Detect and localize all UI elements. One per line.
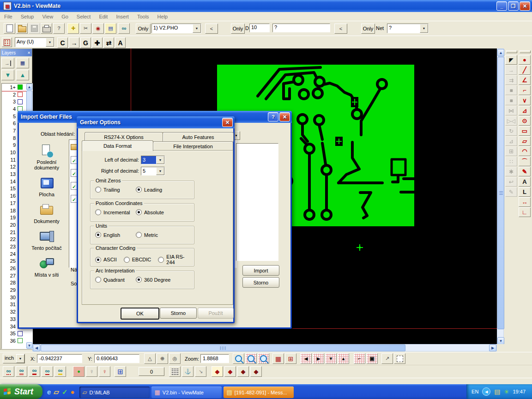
radio-button[interactable] (136, 187, 142, 193)
corner-tool-icon[interactable]: ∟ (519, 207, 531, 217)
view-points-icon[interactable]: ∞ (42, 366, 53, 377)
highlight-dcode-icon[interactable]: ◉ (92, 23, 104, 34)
import-button[interactable]: Import (242, 265, 279, 276)
view-sketch-icon[interactable]: ∞ (54, 366, 66, 377)
snap-move-icon[interactable]: ↘ (195, 366, 206, 377)
pan-right-icon[interactable]: ▶ (313, 353, 324, 364)
chevron-down-icon[interactable]: ▼ (156, 156, 164, 164)
x-coordinate-field[interactable]: -0.942237 (37, 354, 82, 363)
aperture-flash-icon[interactable]: ✚ (92, 37, 103, 48)
scroll-down-icon[interactable]: ▼ (497, 337, 504, 345)
radio-button[interactable] (95, 209, 101, 215)
radio-button[interactable] (95, 257, 101, 263)
pattern-origin-icon[interactable]: ◆ (250, 366, 262, 377)
aperture-select-icon[interactable] (2, 37, 12, 47)
layer-down-icon[interactable]: ▼ (1, 70, 14, 80)
text-tool-icon[interactable]: A (519, 177, 531, 187)
only-net-button[interactable]: Only (361, 24, 375, 34)
radio-button[interactable] (136, 209, 142, 215)
radio-button[interactable] (124, 257, 130, 263)
overlay-grid-icon[interactable]: ▣ (366, 353, 378, 364)
sketch-tool-icon[interactable]: ✎ (519, 167, 531, 176)
save-icon[interactable] (29, 23, 40, 34)
only-layer-button[interactable]: Only (136, 24, 151, 34)
menu-setup[interactable]: Setup (17, 14, 38, 19)
minimize-button[interactable]: _ (496, 1, 507, 11)
zoom-in-icon[interactable] (233, 353, 244, 364)
gerber-dialog-titlebar[interactable]: Gerber Options ✕ (77, 116, 235, 128)
vertical-scroll-thumb[interactable]: ∥∥ (497, 57, 504, 329)
menu-go[interactable]: Go (57, 14, 73, 19)
layers-scroll-up-icon[interactable]: ▲ (26, 84, 32, 90)
unit-combo[interactable]: inch ▼ (3, 354, 25, 363)
aperture-move-icon[interactable]: → (69, 37, 79, 48)
layer-combo[interactable]: 1) V2.PHO ▼ (151, 24, 201, 33)
lamp-off-icon[interactable]: ♀ (86, 366, 97, 377)
close-button[interactable]: ✕ (520, 1, 530, 11)
color-palette-icon[interactable]: ▤ (105, 23, 116, 34)
clipboard-tray-icon[interactable]: ▤ (494, 388, 500, 395)
radio-button[interactable] (136, 232, 142, 238)
horizontal-scrollbar[interactable]: ◀ ∥∥∥ ▶ (32, 344, 497, 351)
prev-dcode-button[interactable]: < (334, 24, 347, 34)
highlight-net-icon[interactable]: ● (73, 366, 85, 377)
y-coordinate-field[interactable]: 0.690643 (94, 354, 139, 363)
anchor-icon[interactable]: ⚓ (182, 366, 193, 377)
task-viewmate[interactable]: ▦ V2.bin - ViewMate (151, 387, 222, 398)
radio-incremental[interactable]: Incremental (91, 209, 132, 215)
origin-target-icon[interactable]: ⊕ (157, 353, 168, 364)
layer-color-swatch[interactable] (18, 85, 23, 90)
left-of-decimal-combo[interactable]: 3 ▼ (141, 156, 165, 164)
cancel-button[interactable]: Storno (242, 277, 279, 288)
task-messenger[interactable]: ▤ [191-482-091] - Mess... (224, 387, 294, 398)
right-of-decimal-combo[interactable]: 5 ▼ (141, 167, 165, 175)
move-selection-icon[interactable]: → (505, 65, 517, 75)
pad-flash-icon[interactable]: ● (519, 55, 531, 65)
node-select-icon[interactable]: ✎ (505, 187, 517, 197)
select-region-icon[interactable] (394, 353, 405, 364)
label-tool-icon[interactable]: L (519, 187, 531, 197)
pointer-tool-icon[interactable]: ◤ (505, 55, 517, 65)
corner-line-icon[interactable]: ⌐ (519, 85, 531, 95)
radio-button[interactable] (95, 277, 101, 283)
layer-color-swatch[interactable] (18, 338, 23, 343)
layer-color-swatch[interactable] (18, 331, 23, 336)
radio-leading[interactable]: Leading (132, 187, 173, 193)
dot-grid-icon[interactable] (169, 366, 181, 377)
arc-tool-icon[interactable]: ◠ (519, 146, 531, 156)
tab-file-interpretation[interactable]: File Interpretation (153, 141, 233, 151)
radio-trailing[interactable]: Trailing (91, 187, 132, 193)
pan-down-icon[interactable]: ▼ (325, 353, 337, 364)
radio-360-degree[interactable]: 360 Degree (132, 277, 173, 283)
close-icon[interactable]: ✕ (222, 118, 233, 127)
scroll-right-icon[interactable]: ▶ (489, 345, 496, 351)
aperture-c-icon[interactable]: C (57, 37, 68, 48)
undo-icon[interactable]: ↩ (505, 177, 517, 187)
close-icon[interactable]: ✕ (27, 51, 30, 55)
chevron-down-icon[interactable]: ▼ (16, 354, 24, 363)
origin-locate-icon[interactable]: ◎ (169, 353, 181, 364)
layer-color-swatch[interactable] (18, 92, 23, 97)
chart-grid-icon[interactable]: ▦ (272, 353, 284, 364)
radio-ebcdic[interactable]: EBCDIC (120, 257, 151, 263)
horizontal-scroll-thumb[interactable]: ∥∥∥ (41, 345, 405, 351)
menu-file[interactable]: File (0, 14, 17, 19)
view-pads-icon[interactable]: ∞ (3, 366, 14, 377)
place-desktop[interactable]: Plocha (24, 176, 69, 197)
flip-vertical-icon[interactable]: ⋈ (505, 106, 517, 115)
view-lines-icon[interactable]: ∞ (16, 366, 27, 377)
zoom-window-icon[interactable] (258, 353, 269, 364)
tab-auto-features[interactable]: Auto Features (163, 132, 234, 141)
dcode-query-input[interactable]: ? (272, 24, 330, 32)
only-dcode-button[interactable]: Only (231, 24, 245, 34)
distribute-icon[interactable]: ∷ (505, 157, 517, 166)
parallelogram-tool-icon[interactable]: ▱ (519, 136, 531, 146)
settings-gear-icon[interactable]: ✱ (505, 167, 517, 176)
new-file-icon[interactable] (4, 23, 15, 34)
apply-button[interactable]: Použít (198, 308, 234, 319)
pattern-rotate-icon[interactable]: ◆ (237, 366, 249, 377)
ie-icon[interactable]: e (47, 388, 51, 395)
rectangle-tool-icon[interactable]: ▭ (519, 126, 531, 136)
aperture-swap-icon[interactable]: ⇄ (103, 37, 114, 48)
dimension-tool-icon[interactable]: ↔ (519, 197, 531, 207)
